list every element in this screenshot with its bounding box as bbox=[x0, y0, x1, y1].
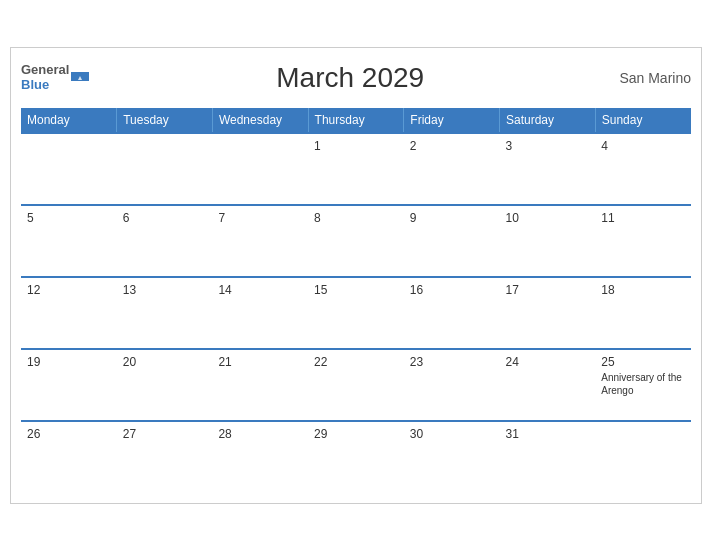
calendar-cell: 17 bbox=[500, 277, 596, 349]
day-number: 4 bbox=[601, 139, 685, 153]
day-number: 16 bbox=[410, 283, 494, 297]
calendar-cell: 27 bbox=[117, 421, 213, 493]
calendar-cell: 29 bbox=[308, 421, 404, 493]
calendar-cell bbox=[21, 133, 117, 205]
calendar-week-row: 567891011 bbox=[21, 205, 691, 277]
calendar-cell: 2 bbox=[404, 133, 500, 205]
weekday-header-friday: Friday bbox=[404, 108, 500, 133]
day-number: 11 bbox=[601, 211, 685, 225]
calendar-cell: 30 bbox=[404, 421, 500, 493]
weekday-header-wednesday: Wednesday bbox=[212, 108, 308, 133]
calendar-wrapper: General Blue March 2029 San Marino Monda… bbox=[10, 47, 702, 504]
calendar-cell: 31 bbox=[500, 421, 596, 493]
calendar-cell: 16 bbox=[404, 277, 500, 349]
calendar-cell: 14 bbox=[212, 277, 308, 349]
calendar-cell: 21 bbox=[212, 349, 308, 421]
day-number: 6 bbox=[123, 211, 207, 225]
calendar-cell: 9 bbox=[404, 205, 500, 277]
day-number: 8 bbox=[314, 211, 398, 225]
day-number: 31 bbox=[506, 427, 590, 441]
day-number: 21 bbox=[218, 355, 302, 369]
calendar-cell: 10 bbox=[500, 205, 596, 277]
day-number: 26 bbox=[27, 427, 111, 441]
weekday-header-tuesday: Tuesday bbox=[117, 108, 213, 133]
calendar-cell bbox=[595, 421, 691, 493]
day-number: 24 bbox=[506, 355, 590, 369]
calendar-cell: 3 bbox=[500, 133, 596, 205]
day-number: 13 bbox=[123, 283, 207, 297]
calendar-cell: 28 bbox=[212, 421, 308, 493]
day-number: 2 bbox=[410, 139, 494, 153]
country-name: San Marino bbox=[611, 70, 691, 86]
calendar-cell: 20 bbox=[117, 349, 213, 421]
calendar-cell: 24 bbox=[500, 349, 596, 421]
logo-flag-icon bbox=[71, 72, 89, 90]
calendar-cell: 5 bbox=[21, 205, 117, 277]
calendar-cell: 1 bbox=[308, 133, 404, 205]
day-number: 9 bbox=[410, 211, 494, 225]
day-number: 1 bbox=[314, 139, 398, 153]
day-number: 29 bbox=[314, 427, 398, 441]
day-number: 27 bbox=[123, 427, 207, 441]
day-number: 18 bbox=[601, 283, 685, 297]
day-number: 20 bbox=[123, 355, 207, 369]
calendar-cell: 15 bbox=[308, 277, 404, 349]
svg-rect-1 bbox=[71, 81, 89, 90]
day-number: 19 bbox=[27, 355, 111, 369]
day-number: 30 bbox=[410, 427, 494, 441]
calendar-week-row: 1234 bbox=[21, 133, 691, 205]
calendar-cell: 7 bbox=[212, 205, 308, 277]
calendar-cell: 19 bbox=[21, 349, 117, 421]
calendar-week-row: 262728293031 bbox=[21, 421, 691, 493]
logo: General Blue bbox=[21, 63, 89, 92]
calendar-cell bbox=[117, 133, 213, 205]
calendar-cell: 13 bbox=[117, 277, 213, 349]
day-number: 10 bbox=[506, 211, 590, 225]
day-number: 3 bbox=[506, 139, 590, 153]
calendar-cell: 4 bbox=[595, 133, 691, 205]
calendar-cell: 11 bbox=[595, 205, 691, 277]
day-number: 7 bbox=[218, 211, 302, 225]
day-number: 14 bbox=[218, 283, 302, 297]
calendar-cell: 25Anniversary of the Arengo bbox=[595, 349, 691, 421]
calendar-title: March 2029 bbox=[89, 62, 611, 94]
logo-blue-text: Blue bbox=[21, 78, 49, 92]
day-number: 25 bbox=[601, 355, 685, 369]
day-number: 5 bbox=[27, 211, 111, 225]
weekday-header-saturday: Saturday bbox=[500, 108, 596, 133]
logo-general-text: General bbox=[21, 63, 69, 77]
weekday-header-row: MondayTuesdayWednesdayThursdayFridaySatu… bbox=[21, 108, 691, 133]
calendar-cell: 12 bbox=[21, 277, 117, 349]
calendar-week-row: 19202122232425Anniversary of the Arengo bbox=[21, 349, 691, 421]
day-number: 23 bbox=[410, 355, 494, 369]
weekday-header-thursday: Thursday bbox=[308, 108, 404, 133]
event-text: Anniversary of the Arengo bbox=[601, 371, 685, 397]
calendar-cell: 6 bbox=[117, 205, 213, 277]
calendar-cell bbox=[212, 133, 308, 205]
calendar-cell: 26 bbox=[21, 421, 117, 493]
calendar-header: General Blue March 2029 San Marino bbox=[21, 58, 691, 98]
calendar-week-row: 12131415161718 bbox=[21, 277, 691, 349]
day-number: 12 bbox=[27, 283, 111, 297]
calendar-cell: 23 bbox=[404, 349, 500, 421]
day-number: 22 bbox=[314, 355, 398, 369]
day-number: 17 bbox=[506, 283, 590, 297]
calendar-cell: 8 bbox=[308, 205, 404, 277]
weekday-header-monday: Monday bbox=[21, 108, 117, 133]
weekday-header-sunday: Sunday bbox=[595, 108, 691, 133]
day-number: 15 bbox=[314, 283, 398, 297]
calendar-table: MondayTuesdayWednesdayThursdayFridaySatu… bbox=[21, 108, 691, 493]
calendar-cell: 22 bbox=[308, 349, 404, 421]
calendar-cell: 18 bbox=[595, 277, 691, 349]
day-number: 28 bbox=[218, 427, 302, 441]
